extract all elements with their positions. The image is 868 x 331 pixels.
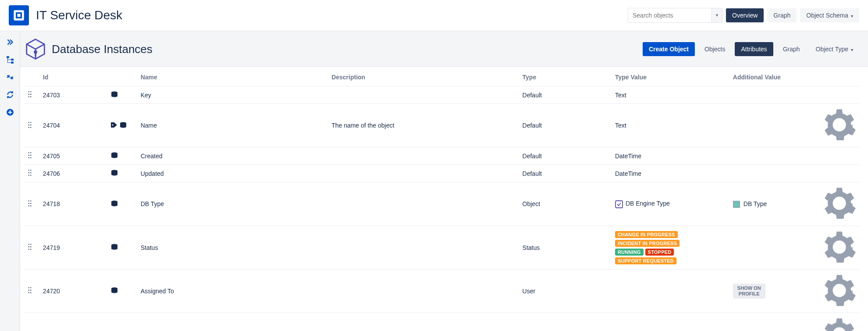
- row-description: [328, 182, 519, 226]
- row-name[interactable]: Name: [137, 104, 328, 147]
- create-object-button[interactable]: Create Object: [643, 42, 695, 56]
- table-row: 24719StatusStatusCHANGE IN PROGRESSINCID…: [24, 226, 859, 269]
- row-name[interactable]: Assigned To: [137, 269, 328, 313]
- row-id: 24718: [39, 182, 107, 226]
- drag-handle[interactable]: [24, 86, 39, 104]
- svg-rect-3: [7, 56, 9, 58]
- row-description: [328, 226, 519, 269]
- attributes-table: Id Name Description Type Type Value Addi…: [24, 67, 859, 331]
- type-value-text: DB Engine Type: [626, 200, 670, 207]
- table-row: 24703KeyDefaultText: [24, 86, 859, 104]
- cube-icon: [24, 37, 47, 61]
- svg-point-42: [28, 205, 29, 206]
- svg-point-13: [28, 96, 29, 97]
- svg-point-34: [30, 172, 31, 173]
- svg-point-31: [28, 170, 29, 171]
- row-type: Default: [519, 147, 612, 165]
- row-description: [328, 269, 519, 313]
- object-type-icon: [615, 200, 623, 208]
- drag-handle[interactable]: [24, 165, 39, 182]
- svg-point-35: [28, 175, 29, 176]
- status-pill: STOPPED: [645, 249, 674, 256]
- tree-icon[interactable]: [6, 56, 14, 64]
- page-actions: Create Object Objects Attributes Graph O…: [643, 42, 859, 56]
- svg-rect-2: [18, 14, 21, 17]
- svg-point-9: [28, 91, 29, 92]
- status-pill: CHANGE IN PROGRESS: [615, 231, 678, 238]
- row-description: [328, 147, 519, 165]
- object-type-button[interactable]: Object Type: [810, 42, 859, 56]
- svg-point-41: [30, 203, 31, 204]
- expand-icon[interactable]: [6, 38, 14, 46]
- table-row: 24718DB TypeObjectDB Engine TypeDB Type: [24, 182, 859, 226]
- gear-icon[interactable]: [823, 135, 856, 142]
- svg-point-43: [30, 205, 31, 206]
- svg-point-14: [30, 96, 31, 97]
- app-logo: [9, 5, 29, 25]
- col-type-value: Type Value: [612, 67, 729, 86]
- row-type: Default: [519, 165, 612, 182]
- drag-handle[interactable]: [24, 182, 39, 226]
- row-name[interactable]: DB Type: [137, 182, 328, 226]
- svg-point-25: [30, 152, 31, 153]
- svg-point-12: [30, 94, 31, 95]
- svg-point-16: [28, 122, 29, 123]
- row-id: 24703: [39, 86, 107, 104]
- drag-handle[interactable]: [24, 147, 39, 165]
- svg-point-48: [28, 246, 29, 247]
- row-id: 24719: [39, 226, 107, 269]
- col-description: Description: [328, 67, 519, 86]
- overview-button[interactable]: Overview: [726, 8, 764, 22]
- database-icon: [110, 287, 118, 295]
- row-id: 24705: [39, 147, 107, 165]
- svg-point-40: [28, 203, 29, 204]
- object-schema-button[interactable]: Object Schema: [800, 8, 859, 22]
- table-wrap: Id Name Description Type Type Value Addi…: [20, 67, 868, 331]
- row-name[interactable]: Updated: [137, 165, 328, 182]
- svg-point-33: [28, 172, 29, 173]
- svg-point-36: [30, 175, 31, 176]
- row-description: [328, 86, 519, 104]
- attributes-tab[interactable]: Attributes: [735, 42, 773, 56]
- app-title: IT Service Desk: [36, 8, 628, 22]
- row-name[interactable]: Status: [137, 226, 328, 269]
- page-title: Database Instances: [52, 43, 643, 56]
- drag-handle[interactable]: [24, 269, 39, 313]
- sync-icon[interactable]: [6, 91, 14, 99]
- database-icon: [110, 152, 118, 160]
- search-input[interactable]: [628, 8, 711, 22]
- row-id: 25177: [39, 313, 107, 331]
- gear-icon[interactable]: [823, 214, 856, 221]
- row-name[interactable]: Hosted at: [137, 313, 328, 331]
- row-name[interactable]: Key: [137, 86, 328, 104]
- objects-tab[interactable]: Objects: [698, 42, 731, 56]
- svg-point-47: [30, 244, 31, 245]
- svg-point-11: [28, 94, 29, 95]
- svg-point-27: [30, 155, 31, 156]
- top-actions: ▼ Overview Graph Object Schema: [628, 8, 859, 23]
- search-dropdown-toggle[interactable]: ▼: [711, 8, 722, 22]
- svg-rect-8: [35, 53, 36, 57]
- gear-icon[interactable]: [823, 301, 856, 308]
- graph-tab[interactable]: Graph: [777, 42, 806, 56]
- svg-point-17: [30, 122, 31, 123]
- row-name[interactable]: Created: [137, 147, 328, 165]
- status-pills: CHANGE IN PROGRESSINCIDENT IN PROGRESSRU…: [615, 231, 703, 264]
- row-description: The name of the object: [328, 104, 519, 147]
- status-pill: RUNNING: [615, 249, 644, 256]
- svg-point-32: [30, 170, 31, 171]
- gear-icon[interactable]: [823, 258, 856, 265]
- add-icon[interactable]: [6, 108, 14, 116]
- drag-handle[interactable]: [24, 104, 39, 147]
- svg-point-38: [28, 200, 29, 201]
- col-additional-value: Additional Value: [729, 67, 819, 86]
- svg-point-24: [28, 152, 29, 153]
- graph-button-top[interactable]: Graph: [767, 8, 797, 22]
- row-id: 24706: [39, 165, 107, 182]
- collapse-icon[interactable]: [6, 73, 14, 81]
- drag-handle[interactable]: [24, 313, 39, 331]
- type-value-text: Text: [615, 92, 626, 99]
- drag-handle[interactable]: [24, 226, 39, 269]
- svg-point-50: [28, 249, 29, 250]
- svg-point-55: [28, 290, 29, 291]
